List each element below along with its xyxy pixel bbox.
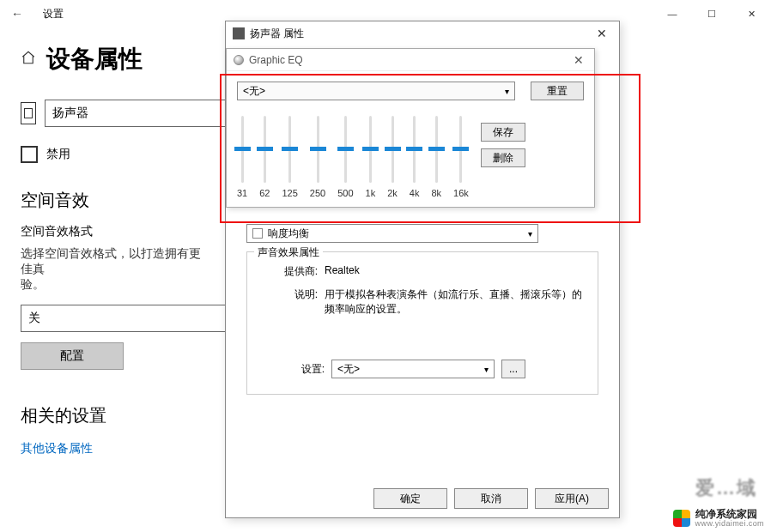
eq-band-label: 62 (259, 188, 270, 198)
loudness-value: 响度均衡 (268, 227, 309, 241)
speaker-dialog-icon (233, 27, 245, 39)
watermark: 纯净系统家园 www.yidaimei.com (673, 509, 764, 529)
eq-thumb[interactable] (428, 147, 445, 151)
eq-band-31: 31 (237, 116, 247, 198)
disable-label: 禁用 (46, 147, 70, 162)
page-title: 设备属性 (46, 43, 143, 76)
settings-more-button[interactable]: ... (501, 360, 525, 378)
watermark-logo-icon (673, 510, 690, 527)
eq-band-label: 1k (366, 188, 376, 198)
eq-band-label: 16k (453, 188, 469, 198)
eq-delete-button[interactable]: 删除 (481, 148, 525, 167)
provider-row: 提供商: Realtek (258, 264, 587, 279)
eq-band-1k: 1k (366, 116, 376, 198)
eq-slider-1k[interactable] (369, 116, 372, 183)
settings-value: <无> (337, 362, 360, 377)
eq-sliders: 31621252505001k2k4k8k16k (237, 111, 469, 200)
loudness-select[interactable]: 响度均衡 ▾ (246, 224, 538, 243)
eq-preset-select[interactable]: <无> ▾ (237, 82, 515, 100)
eq-slider-8k[interactable] (435, 116, 438, 183)
watermark-url: www.yidaimei.com (695, 520, 764, 529)
eq-slider-2k[interactable] (392, 116, 394, 183)
spatial-value: 关 (28, 311, 40, 326)
eq-slider-16k[interactable] (459, 116, 462, 183)
close-button[interactable]: ✕ (732, 0, 771, 27)
dialog-title: 扬声器 属性 (250, 27, 304, 41)
eq-thumb[interactable] (385, 147, 401, 151)
speaker-icon (21, 102, 36, 124)
device-value: 扬声器 (52, 106, 88, 121)
dialog-buttons: 确定 取消 应用(A) (373, 488, 609, 509)
provider-value: Realtek (325, 264, 587, 279)
apply-button[interactable]: 应用(A) (535, 488, 609, 509)
provider-key: 提供商: (258, 264, 325, 279)
chevron-down-icon: ▾ (484, 365, 489, 374)
eq-slider-62[interactable] (264, 116, 266, 183)
eq-thumb[interactable] (452, 147, 469, 151)
eq-title: Graphic EQ (249, 54, 303, 66)
eq-slider-31[interactable] (241, 116, 244, 183)
dialog-visible-area: 响度均衡 ▾ 声音效果属性 提供商: Realtek 说明: 用于模拟各种表演条… (234, 224, 610, 395)
eq-main: 31621252505001k2k4k8k16k 保存 删除 (237, 111, 584, 200)
eq-top-row: <无> ▾ 重置 (237, 82, 584, 100)
description-row: 说明: 用于模拟各种表演条件（如流行乐、直播、摇滚乐等）的频率响应的设置。 (258, 287, 587, 317)
configure-button[interactable]: 配置 (21, 342, 124, 370)
eq-thumb[interactable] (310, 147, 326, 151)
back-icon[interactable]: ← (7, 7, 27, 21)
eq-band-2k: 2k (387, 116, 398, 198)
eq-preset-value: <无> (243, 84, 265, 99)
settings-row: 设置: <无> ▾ ... (258, 360, 587, 378)
eq-band-125: 125 (282, 116, 298, 198)
eq-slider-125[interactable] (288, 116, 291, 183)
eq-band-label: 8k (431, 188, 441, 198)
eq-side-buttons: 保存 删除 (481, 111, 525, 200)
eq-slider-4k[interactable] (413, 116, 416, 183)
eq-band-label: 500 (337, 188, 353, 198)
eq-band-62: 62 (259, 116, 270, 198)
eq-thumb[interactable] (282, 147, 298, 151)
eq-band-500: 500 (337, 116, 353, 198)
eq-thumb[interactable] (337, 147, 354, 151)
disable-checkbox[interactable] (21, 146, 38, 163)
eq-thumb[interactable] (362, 147, 379, 151)
minimize-button[interactable]: — (653, 0, 692, 27)
window-controls: — ☐ ✕ (653, 0, 771, 27)
eq-band-8k: 8k (431, 116, 441, 198)
eq-band-label: 2k (387, 188, 398, 198)
sound-effect-group: 声音效果属性 提供商: Realtek 说明: 用于模拟各种表演条件（如流行乐、… (246, 251, 598, 395)
settings-title: 设置 (43, 7, 64, 21)
graphic-eq-dialog: Graphic EQ ✕ <无> ▾ 重置 31621252505001k2k4… (226, 48, 595, 208)
eq-slider-500[interactable] (344, 116, 347, 183)
eq-band-4k: 4k (410, 116, 420, 198)
cancel-button[interactable]: 取消 (454, 488, 528, 509)
eq-titlebar[interactable]: Graphic EQ (227, 49, 594, 71)
description-key: 说明: (258, 287, 325, 317)
eq-band-label: 250 (310, 188, 325, 198)
settings-key: 设置: (258, 362, 325, 377)
chevron-down-icon: ▾ (505, 87, 509, 96)
spatial-desc: 选择空间音效格式，以打造拥有更佳真 验。 (21, 246, 209, 293)
chevron-down-icon: ▾ (528, 229, 532, 239)
eq-thumb[interactable] (234, 147, 251, 151)
eq-band-16k: 16k (453, 116, 469, 198)
eq-thumb[interactable] (257, 147, 273, 151)
eq-slider-250[interactable] (317, 116, 319, 183)
home-icon[interactable] (21, 50, 36, 69)
dialog-title-bar[interactable]: 扬声器 属性 (226, 21, 619, 45)
maximize-button[interactable]: ☐ (692, 0, 732, 27)
eq-band-label: 4k (410, 188, 420, 198)
description-value: 用于模拟各种表演条件（如流行乐、直播、摇滚乐等）的频率响应的设置。 (325, 287, 587, 317)
watermark-behind: 爱…域 (695, 475, 757, 501)
eq-icon (234, 55, 244, 65)
eq-reset-button[interactable]: 重置 (531, 82, 584, 100)
eq-close-button[interactable]: ✕ (563, 49, 594, 71)
eq-body: <无> ▾ 重置 31621252505001k2k4k8k16k 保存 删除 (227, 71, 594, 207)
eq-band-label: 125 (282, 188, 298, 198)
dialog-close-button[interactable]: ✕ (585, 21, 619, 45)
eq-band-250: 250 (310, 116, 325, 198)
eq-save-button[interactable]: 保存 (481, 123, 525, 142)
ok-button[interactable]: 确定 (373, 488, 447, 509)
eq-thumb[interactable] (406, 147, 422, 151)
settings-select[interactable]: <无> ▾ (331, 360, 495, 378)
eq-band-label: 31 (237, 188, 247, 198)
